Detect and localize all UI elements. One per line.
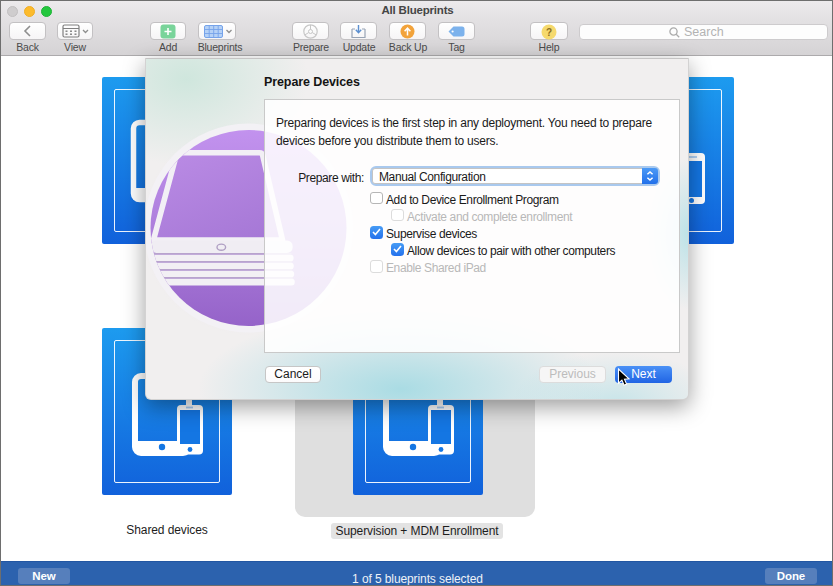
svg-text:?: ? — [546, 27, 552, 38]
